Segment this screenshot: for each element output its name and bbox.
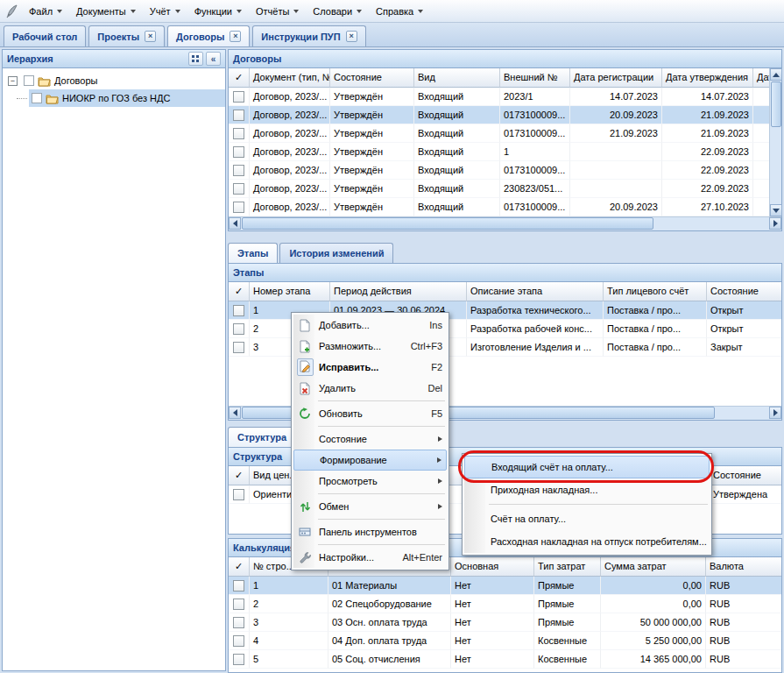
- check-column-header[interactable]: ✓: [229, 282, 250, 301]
- column-state[interactable]: Состояние: [710, 466, 781, 485]
- menu-reports[interactable]: Отчёты: [249, 3, 306, 20]
- contract-row[interactable]: Договор, 2023/... Утверждён Входящий 1 2…: [229, 143, 769, 161]
- tab-projects[interactable]: Проекты×: [88, 25, 165, 46]
- column-currency[interactable]: Валюта: [706, 557, 781, 577]
- contract-row[interactable]: Договор, 2023/... Утверждён Входящий 017…: [229, 161, 769, 180]
- calculation-row[interactable]: 4 04 Доп. оплата труда Нет Косвенные 5 2…: [229, 632, 781, 650]
- column-reg-date[interactable]: Дата регистрации: [570, 68, 662, 88]
- close-icon[interactable]: ×: [230, 31, 241, 42]
- row-checkbox[interactable]: [233, 146, 244, 158]
- menu-item-add[interactable]: Добавить... Ins: [293, 315, 447, 336]
- scroll-down-button[interactable]: [770, 204, 782, 216]
- calculation-row[interactable]: 1 01 Материалы Нет Прямые 0,00 RUB: [229, 577, 781, 595]
- menu-item-delete[interactable]: Удалить Del: [293, 378, 447, 399]
- menu-file[interactable]: Файл: [22, 3, 69, 20]
- formation-submenu: Входящий счёт на оплату... Приходная нак…: [462, 453, 712, 556]
- contract-row[interactable]: Договор, 2023/... Утверждён Входящий 202…: [229, 88, 769, 106]
- column-account-type[interactable]: Тип лицевого счёт: [604, 282, 707, 301]
- column-amount[interactable]: Сумма затрат: [601, 557, 706, 577]
- column-document[interactable]: Документ (тип, №...: [250, 68, 330, 88]
- menu-item-edit[interactable]: Исправить... F2: [293, 357, 447, 378]
- menu-item-duplicate[interactable]: Размножить... Ctrl+F3: [293, 336, 447, 357]
- check-column-header[interactable]: ✓: [229, 68, 250, 88]
- refresh-icon: [295, 407, 314, 420]
- column-state[interactable]: Состояние: [330, 68, 414, 88]
- column-period[interactable]: Период действия: [330, 282, 467, 301]
- tab-instructions[interactable]: Инструкции ПУП×: [252, 25, 365, 46]
- menu-help[interactable]: Справка: [369, 3, 430, 20]
- scroll-left-button[interactable]: [229, 407, 241, 419]
- menu-item-formation[interactable]: Формирование: [293, 450, 447, 471]
- row-checkbox[interactable]: [233, 91, 244, 103]
- contract-row[interactable]: Договор, 2023/... Утверждён Входящий 017…: [229, 198, 769, 216]
- menu-item-toolbar[interactable]: Панель инструментов: [293, 521, 447, 542]
- row-checkbox[interactable]: [233, 635, 244, 647]
- node-checkbox[interactable]: [24, 75, 34, 86]
- scroll-right-button[interactable]: [769, 407, 781, 419]
- tab-history[interactable]: История изменений: [279, 243, 393, 263]
- column-approve-date[interactable]: Дата утверждения: [662, 68, 753, 88]
- menu-item-view[interactable]: Просмотреть: [293, 471, 447, 492]
- column-main[interactable]: Основная: [451, 557, 534, 577]
- column-state[interactable]: Состояние: [707, 282, 781, 301]
- collapse-toggle-icon[interactable]: −: [8, 76, 18, 86]
- column-description[interactable]: Описание этапа: [467, 282, 604, 301]
- horizontal-scrollbar[interactable]: [229, 216, 781, 230]
- contract-row[interactable]: Договор, 2023/... Утверждён Входящий 017…: [229, 124, 769, 143]
- menu-item-state[interactable]: Состояние: [293, 429, 447, 450]
- tab-contracts[interactable]: Договоры×: [167, 25, 250, 46]
- scroll-thumb[interactable]: [242, 217, 653, 230]
- row-checkbox[interactable]: [233, 580, 244, 592]
- tree-node-contracts[interactable]: − Договоры: [3, 72, 225, 89]
- menu-accounting[interactable]: Учёт: [143, 3, 187, 20]
- tab-structure[interactable]: Структура: [228, 427, 296, 447]
- row-checkbox[interactable]: [233, 110, 244, 121]
- row-checkbox[interactable]: [233, 617, 244, 628]
- check-column-header[interactable]: ✓: [229, 557, 250, 577]
- row-checkbox[interactable]: [233, 183, 244, 195]
- submenu-item-outgoing-note[interactable]: Расходная накладная на отпуск потребител…: [464, 530, 710, 553]
- submenu-item-receipt-note[interactable]: Приходная накладная...: [464, 478, 710, 501]
- column-stage-number[interactable]: Номер этапа: [250, 282, 330, 301]
- vertical-scrollbar[interactable]: [769, 68, 781, 216]
- column-external-number[interactable]: Внешний №: [500, 68, 570, 88]
- menu-item-refresh[interactable]: Обновить F5: [293, 403, 447, 424]
- row-checkbox[interactable]: [233, 599, 244, 610]
- scroll-right-button[interactable]: [769, 217, 781, 230]
- tab-desktop[interactable]: Рабочий стол: [4, 25, 86, 46]
- row-checkbox[interactable]: [233, 165, 244, 176]
- menu-dictionaries[interactable]: Словари: [306, 3, 369, 20]
- menu-documents[interactable]: Документы: [69, 3, 143, 20]
- calculation-row[interactable]: 2 02 Спецоборудование Нет Прямые 0,00 RU…: [229, 595, 781, 613]
- contract-row[interactable]: Договор, 2023/... Утверждён Входящий 230…: [229, 180, 769, 198]
- row-checkbox[interactable]: [233, 342, 244, 353]
- check-column-header[interactable]: ✓: [229, 466, 250, 485]
- menu-item-settings[interactable]: Настройки... Alt+Enter: [293, 547, 447, 568]
- close-icon[interactable]: ×: [145, 31, 156, 42]
- scroll-up-button[interactable]: [770, 68, 782, 81]
- tab-stages[interactable]: Этапы: [228, 243, 278, 263]
- row-checkbox[interactable]: [233, 305, 244, 316]
- scroll-left-button[interactable]: [229, 217, 241, 230]
- row-checkbox[interactable]: [233, 654, 244, 665]
- calculation-row[interactable]: 5 05 Соц. отчисления Нет Косвенные 14 36…: [229, 650, 781, 669]
- row-checkbox[interactable]: [233, 489, 244, 500]
- node-checkbox[interactable]: [32, 93, 42, 103]
- calculation-row[interactable]: 3 03 Осн. оплата труда Нет Прямые 50 000…: [229, 613, 781, 632]
- submenu-item-payment-invoice[interactable]: Счёт на оплату...: [464, 507, 710, 530]
- row-checkbox[interactable]: [233, 323, 244, 335]
- contract-row[interactable]: Договор, 2023/... Утверждён Входящий 017…: [229, 106, 769, 124]
- column-kind[interactable]: Вид: [414, 68, 500, 88]
- tree-node-niokr[interactable]: НИОКР по ГОЗ без НДС: [3, 89, 225, 107]
- collapse-panel-button[interactable]: «: [206, 52, 221, 66]
- column-cost-type[interactable]: Тип затрат: [534, 557, 601, 577]
- close-icon[interactable]: ×: [346, 31, 357, 42]
- row-checkbox[interactable]: [233, 202, 244, 213]
- menu-functions[interactable]: Функции: [187, 3, 249, 20]
- submenu-item-incoming-invoice[interactable]: Входящий счёт на оплату...: [464, 456, 710, 478]
- scroll-thumb[interactable]: [771, 81, 781, 127]
- menu-item-exchange[interactable]: Обмен: [293, 496, 447, 517]
- row-checkbox[interactable]: [233, 128, 244, 139]
- column-date[interactable]: Дата: [753, 68, 769, 88]
- hierarchy-settings-button[interactable]: [188, 52, 203, 66]
